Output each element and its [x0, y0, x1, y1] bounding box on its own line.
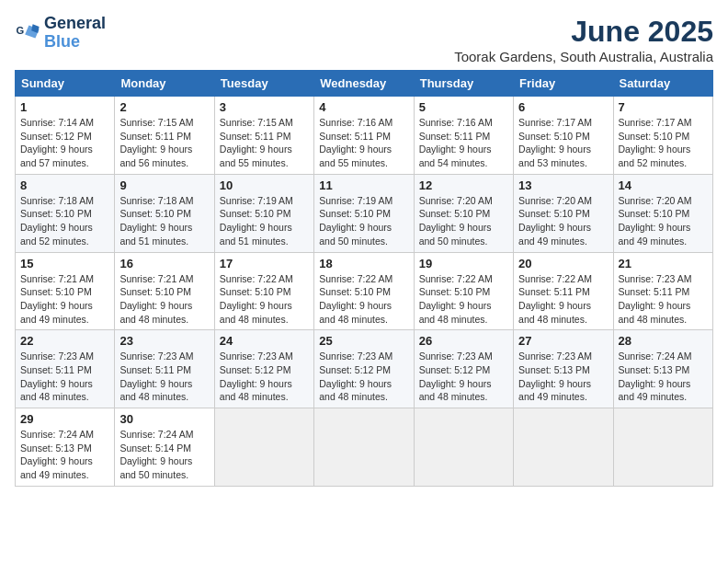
day-number: 20: [518, 257, 608, 270]
day-number: 10: [220, 178, 309, 192]
day-info: Sunrise: 7:20 AM Sunset: 5:10 PM Dayligh…: [619, 194, 708, 248]
day-number: 28: [619, 334, 708, 348]
calendar-cell: [613, 408, 712, 487]
calendar-cell: 29 Sunrise: 7:24 AM Sunset: 5:13 PM Dayl…: [16, 408, 115, 487]
day-number: 26: [419, 334, 508, 348]
header-tuesday: Tuesday: [214, 71, 313, 97]
day-number: 15: [20, 257, 109, 270]
calendar-cell: 7 Sunrise: 7:17 AM Sunset: 5:10 PM Dayli…: [613, 97, 712, 175]
calendar-cell: 18 Sunrise: 7:22 AM Sunset: 5:10 PM Dayl…: [314, 252, 414, 330]
logo: G GeneralBlue: [15, 15, 106, 52]
day-info: Sunrise: 7:15 AM Sunset: 5:11 PM Dayligh…: [119, 116, 209, 170]
day-info: Sunrise: 7:17 AM Sunset: 5:10 PM Dayligh…: [619, 116, 708, 170]
calendar-cell: 2 Sunrise: 7:15 AM Sunset: 5:11 PM Dayli…: [115, 97, 214, 175]
calendar-cell: 20 Sunrise: 7:22 AM Sunset: 5:11 PM Dayl…: [514, 252, 613, 330]
day-info: Sunrise: 7:20 AM Sunset: 5:10 PM Dayligh…: [518, 194, 608, 248]
calendar-cell: 16 Sunrise: 7:21 AM Sunset: 5:10 PM Dayl…: [115, 252, 214, 330]
day-info: Sunrise: 7:17 AM Sunset: 5:10 PM Dayligh…: [518, 116, 608, 170]
calendar-cell: 27 Sunrise: 7:23 AM Sunset: 5:13 PM Dayl…: [514, 330, 613, 408]
day-number: 12: [419, 178, 508, 192]
day-info: Sunrise: 7:22 AM Sunset: 5:10 PM Dayligh…: [220, 272, 309, 327]
calendar-cell: 8 Sunrise: 7:18 AM Sunset: 5:10 PM Dayli…: [16, 174, 115, 252]
day-info: Sunrise: 7:23 AM Sunset: 5:12 PM Dayligh…: [319, 350, 408, 404]
day-number: 25: [319, 334, 408, 348]
calendar-week-row: 15 Sunrise: 7:21 AM Sunset: 5:10 PM Dayl…: [16, 252, 713, 330]
calendar-cell: 12 Sunrise: 7:20 AM Sunset: 5:10 PM Dayl…: [414, 174, 513, 252]
title-block: June 2025 Toorak Gardens, South Australi…: [454, 15, 713, 64]
day-info: Sunrise: 7:24 AM Sunset: 5:13 PM Dayligh…: [20, 428, 109, 482]
day-number: 1: [20, 100, 109, 114]
calendar-cell: 11 Sunrise: 7:19 AM Sunset: 5:10 PM Dayl…: [314, 174, 414, 252]
day-number: 4: [319, 100, 408, 114]
day-info: Sunrise: 7:23 AM Sunset: 5:11 PM Dayligh…: [119, 350, 209, 404]
day-number: 2: [119, 100, 209, 114]
day-number: 24: [220, 334, 309, 348]
day-number: 6: [518, 100, 608, 114]
location-title: Toorak Gardens, South Australia, Austral…: [454, 49, 713, 64]
svg-text:G: G: [16, 25, 24, 36]
calendar-cell: 23 Sunrise: 7:23 AM Sunset: 5:11 PM Dayl…: [115, 330, 214, 408]
calendar-cell: 13 Sunrise: 7:20 AM Sunset: 5:10 PM Dayl…: [514, 174, 613, 252]
day-info: Sunrise: 7:23 AM Sunset: 5:13 PM Dayligh…: [518, 350, 608, 404]
header-thursday: Thursday: [414, 71, 513, 97]
month-title: June 2025: [454, 15, 713, 49]
header-sunday: Sunday: [16, 71, 115, 97]
header-friday: Friday: [514, 71, 613, 97]
day-info: Sunrise: 7:22 AM Sunset: 5:10 PM Dayligh…: [419, 272, 508, 327]
day-info: Sunrise: 7:16 AM Sunset: 5:11 PM Dayligh…: [319, 116, 408, 170]
day-number: 23: [119, 334, 209, 348]
calendar-cell: 17 Sunrise: 7:22 AM Sunset: 5:10 PM Dayl…: [214, 252, 313, 330]
day-info: Sunrise: 7:19 AM Sunset: 5:10 PM Dayligh…: [220, 194, 309, 248]
day-number: 21: [619, 257, 708, 270]
calendar-cell: 10 Sunrise: 7:19 AM Sunset: 5:10 PM Dayl…: [214, 174, 313, 252]
calendar-cell: 19 Sunrise: 7:22 AM Sunset: 5:10 PM Dayl…: [414, 252, 513, 330]
day-info: Sunrise: 7:15 AM Sunset: 5:11 PM Dayligh…: [220, 116, 309, 170]
calendar-cell: 21 Sunrise: 7:23 AM Sunset: 5:11 PM Dayl…: [613, 252, 712, 330]
day-info: Sunrise: 7:23 AM Sunset: 5:11 PM Dayligh…: [20, 350, 109, 404]
calendar-cell: [214, 408, 313, 487]
day-info: Sunrise: 7:23 AM Sunset: 5:12 PM Dayligh…: [220, 350, 309, 404]
calendar-cell: 14 Sunrise: 7:20 AM Sunset: 5:10 PM Dayl…: [613, 174, 712, 252]
day-number: 19: [419, 257, 508, 270]
calendar-week-row: 8 Sunrise: 7:18 AM Sunset: 5:10 PM Dayli…: [16, 174, 713, 252]
day-info: Sunrise: 7:22 AM Sunset: 5:10 PM Dayligh…: [319, 272, 408, 327]
calendar-cell: [414, 408, 513, 487]
calendar-cell: [314, 408, 414, 487]
calendar-cell: 25 Sunrise: 7:23 AM Sunset: 5:12 PM Dayl…: [314, 330, 414, 408]
calendar-cell: 26 Sunrise: 7:23 AM Sunset: 5:12 PM Dayl…: [414, 330, 513, 408]
day-info: Sunrise: 7:21 AM Sunset: 5:10 PM Dayligh…: [20, 272, 109, 327]
day-number: 27: [518, 334, 608, 348]
day-number: 14: [619, 178, 708, 192]
day-info: Sunrise: 7:21 AM Sunset: 5:10 PM Dayligh…: [119, 272, 209, 327]
day-number: 17: [220, 257, 309, 270]
calendar-cell: 5 Sunrise: 7:16 AM Sunset: 5:11 PM Dayli…: [414, 97, 513, 175]
calendar-cell: 15 Sunrise: 7:21 AM Sunset: 5:10 PM Dayl…: [16, 252, 115, 330]
day-number: 9: [119, 178, 209, 192]
day-number: 7: [619, 100, 708, 114]
day-info: Sunrise: 7:23 AM Sunset: 5:11 PM Dayligh…: [619, 272, 708, 327]
calendar-cell: 1 Sunrise: 7:14 AM Sunset: 5:12 PM Dayli…: [16, 97, 115, 175]
logo-text: GeneralBlue: [44, 15, 106, 52]
day-number: 22: [20, 334, 109, 348]
header-wednesday: Wednesday: [314, 71, 414, 97]
logo-icon: G: [15, 20, 40, 46]
day-info: Sunrise: 7:20 AM Sunset: 5:10 PM Dayligh…: [419, 194, 508, 248]
calendar-cell: 4 Sunrise: 7:16 AM Sunset: 5:11 PM Dayli…: [314, 97, 414, 175]
calendar-cell: 30 Sunrise: 7:24 AM Sunset: 5:14 PM Dayl…: [115, 408, 214, 487]
day-info: Sunrise: 7:24 AM Sunset: 5:14 PM Dayligh…: [119, 428, 209, 482]
day-info: Sunrise: 7:14 AM Sunset: 5:12 PM Dayligh…: [20, 116, 109, 170]
calendar-cell: 28 Sunrise: 7:24 AM Sunset: 5:13 PM Dayl…: [613, 330, 712, 408]
day-info: Sunrise: 7:24 AM Sunset: 5:13 PM Dayligh…: [619, 350, 708, 404]
calendar-table: SundayMondayTuesdayWednesdayThursdayFrid…: [15, 70, 713, 487]
day-info: Sunrise: 7:18 AM Sunset: 5:10 PM Dayligh…: [119, 194, 209, 248]
day-number: 3: [220, 100, 309, 114]
calendar-cell: 9 Sunrise: 7:18 AM Sunset: 5:10 PM Dayli…: [115, 174, 214, 252]
day-number: 13: [518, 178, 608, 192]
calendar-cell: 6 Sunrise: 7:17 AM Sunset: 5:10 PM Dayli…: [514, 97, 613, 175]
day-number: 16: [119, 257, 209, 270]
header-monday: Monday: [115, 71, 214, 97]
day-info: Sunrise: 7:18 AM Sunset: 5:10 PM Dayligh…: [20, 194, 109, 248]
calendar-week-row: 1 Sunrise: 7:14 AM Sunset: 5:12 PM Dayli…: [16, 97, 713, 175]
calendar-cell: 22 Sunrise: 7:23 AM Sunset: 5:11 PM Dayl…: [16, 330, 115, 408]
calendar-week-row: 22 Sunrise: 7:23 AM Sunset: 5:11 PM Dayl…: [16, 330, 713, 408]
